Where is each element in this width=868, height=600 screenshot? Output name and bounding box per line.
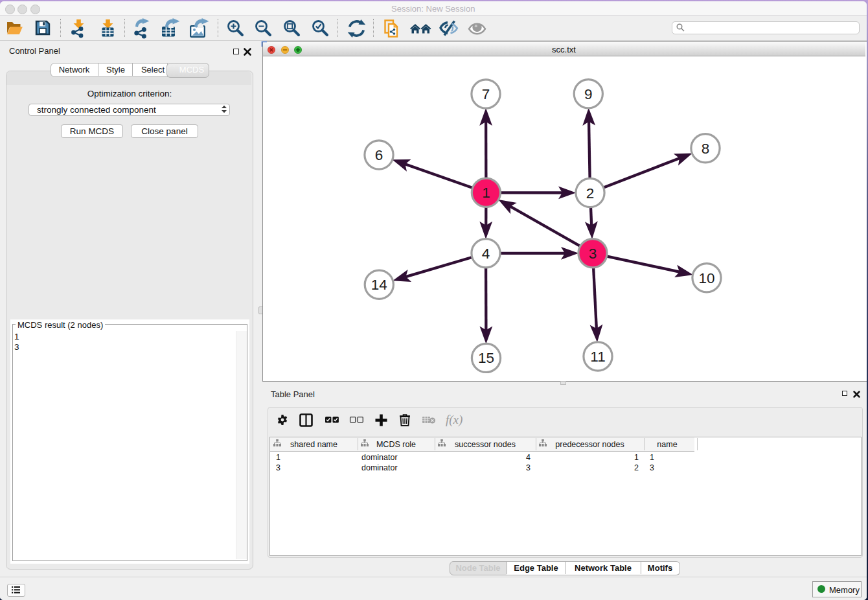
- svg-text:14: 14: [371, 277, 387, 293]
- svg-text:10: 10: [698, 270, 714, 286]
- svg-text:2: 2: [586, 185, 595, 202]
- svg-text:7: 7: [482, 86, 490, 102]
- svg-text:8: 8: [702, 141, 710, 157]
- svg-text:6: 6: [375, 147, 383, 163]
- svg-text:1: 1: [482, 185, 490, 201]
- svg-text:15: 15: [478, 350, 494, 366]
- svg-text:3: 3: [589, 246, 597, 262]
- svg-text:4: 4: [482, 246, 490, 262]
- svg-text:11: 11: [590, 349, 605, 365]
- svg-text:9: 9: [584, 86, 593, 102]
